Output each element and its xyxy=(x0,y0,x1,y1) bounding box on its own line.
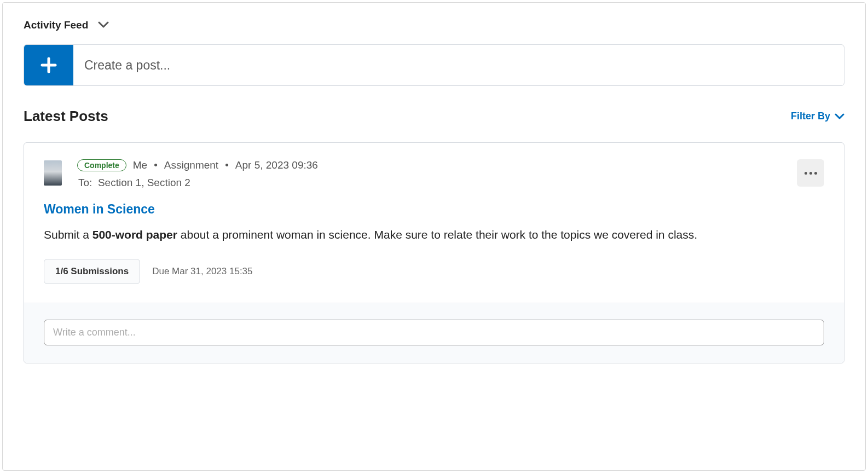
section-header: Latest Posts Filter By xyxy=(24,108,844,125)
header-row: Activity Feed xyxy=(24,19,844,31)
status-badge: Complete xyxy=(77,159,126,171)
post-desc-post: about a prominent woman in science. Make… xyxy=(177,228,697,241)
create-post-button[interactable] xyxy=(24,45,73,85)
separator-dot: • xyxy=(154,159,158,171)
post-card: Complete Me • Assignment • Apr 5, 2023 0… xyxy=(24,142,844,363)
submissions-button[interactable]: 1/6 Submissions xyxy=(44,259,140,284)
post-desc-bold: 500-word paper xyxy=(92,228,177,241)
post-meta: Complete Me • Assignment • Apr 5, 2023 0… xyxy=(77,159,782,189)
more-icon xyxy=(805,172,817,175)
to-label: To: xyxy=(78,177,92,188)
create-post-placeholder[interactable]: Create a post... xyxy=(73,45,844,85)
comment-section xyxy=(24,303,844,363)
separator-dot: • xyxy=(225,159,229,171)
page-title: Activity Feed xyxy=(24,19,88,31)
post-meta-line-1: Complete Me • Assignment • Apr 5, 2023 0… xyxy=(77,159,782,171)
overflow-menu-button[interactable] xyxy=(797,159,824,187)
post-recipients: Section 1, Section 2 xyxy=(98,177,190,188)
post-title-link[interactable]: Women in Science xyxy=(44,202,824,217)
chevron-down-icon xyxy=(835,113,844,119)
due-date: Due Mar 31, 2023 15:35 xyxy=(152,266,252,277)
section-title: Latest Posts xyxy=(24,108,108,125)
post-type: Assignment xyxy=(164,159,218,171)
post-desc-pre: Submit a xyxy=(44,228,92,241)
comment-input[interactable] xyxy=(44,320,824,345)
avatar xyxy=(44,160,62,186)
post-actions-row: 1/6 Submissions Due Mar 31, 2023 15:35 xyxy=(44,259,824,284)
post-meta-line-2: To: Section 1, Section 2 xyxy=(77,177,782,189)
post-author: Me xyxy=(133,159,147,171)
post-body: Complete Me • Assignment • Apr 5, 2023 0… xyxy=(24,143,844,303)
filter-by-button[interactable]: Filter By xyxy=(791,111,844,122)
post-description: Submit a 500-word paper about a prominen… xyxy=(44,227,824,242)
post-meta-row: Complete Me • Assignment • Apr 5, 2023 0… xyxy=(44,159,824,189)
chevron-down-icon[interactable] xyxy=(98,20,109,30)
create-post-bar[interactable]: Create a post... xyxy=(24,44,844,86)
plus-icon xyxy=(40,57,57,73)
activity-feed-panel: Activity Feed Create a post... Latest Po… xyxy=(2,2,866,471)
post-date: Apr 5, 2023 09:36 xyxy=(235,159,318,171)
filter-by-label: Filter By xyxy=(791,111,830,122)
